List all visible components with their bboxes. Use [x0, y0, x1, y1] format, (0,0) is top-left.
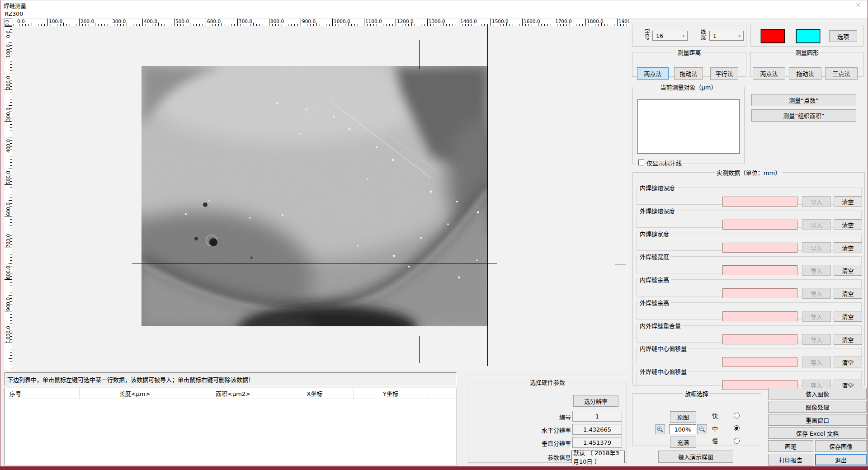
action-button[interactable]: 装入图像: [768, 388, 867, 400]
v-ruler-label: 800.0: [5, 248, 11, 279]
action-button[interactable]: 图像处理: [768, 401, 867, 413]
speed-radio[interactable]: [734, 413, 740, 418]
clear-button[interactable]: 清空: [834, 242, 862, 253]
action-button[interactable]: 退出: [815, 454, 867, 465]
import-button[interactable]: 导入: [802, 311, 831, 322]
table-column-header[interactable]: 序号: [5, 388, 80, 399]
measured-data-row: 内焊缝中心偏移量导入清空: [637, 344, 862, 365]
measure-circle-method-button[interactable]: 拖动法: [789, 67, 821, 80]
measured-data-row: 内焊缝余高导入清空: [637, 275, 862, 296]
measure-circle-group: 测量圆形 两点法拖动法三点法: [750, 48, 863, 77]
zoom-percent-field[interactable]: 100%: [669, 424, 696, 434]
close-icon[interactable]: ✕: [855, 1, 861, 9]
h-ruler-label: 700.0: [239, 19, 252, 24]
h-ruler-label: 400.0: [144, 19, 157, 24]
hardware-field-label: 水平分辨率: [495, 426, 571, 434]
ruler-corner-label: 0.0: [5, 20, 9, 26]
guide-vline-top: [419, 40, 420, 69]
measured-data-row-label: 外焊缝宽度: [638, 252, 671, 261]
clear-button[interactable]: 清空: [834, 219, 862, 230]
chevron-down-icon: [682, 33, 687, 38]
v-ruler-label: 500.0: [5, 153, 11, 184]
clear-button[interactable]: 清空: [834, 288, 862, 299]
guide-vline-bottom: [419, 336, 420, 363]
measured-data-row-label: 外焊缝中心偏移量: [638, 367, 689, 376]
measured-data-row: 外焊缝宽度导入清空: [637, 252, 862, 273]
measured-data-row-label: 外焊缝熔深度: [638, 207, 677, 215]
import-button[interactable]: 导入: [802, 196, 831, 207]
clear-button[interactable]: 清空: [834, 311, 862, 322]
table-column-header[interactable]: 长度<μm>: [80, 388, 190, 399]
measured-value-input[interactable]: [722, 197, 797, 207]
clear-button[interactable]: 清空: [834, 196, 862, 207]
fit-button[interactable]: 充满: [670, 437, 696, 448]
clear-button[interactable]: 清空: [834, 265, 862, 276]
primary-color-swatch[interactable]: [761, 29, 785, 43]
hardware-field-label: 垂直分辨率: [495, 439, 571, 447]
options-button[interactable]: 选项: [829, 30, 857, 42]
h-ruler-major-tick: [427, 19, 428, 26]
h-ruler-major-tick: [206, 19, 206, 26]
measured-value-input[interactable]: [722, 311, 797, 321]
clear-button[interactable]: 清空: [834, 357, 862, 367]
import-button[interactable]: 导入: [802, 357, 831, 367]
import-button[interactable]: 导入: [802, 242, 831, 253]
measured-value-input[interactable]: [722, 334, 797, 344]
clear-button[interactable]: 清空: [834, 334, 862, 345]
load-demo-image-button[interactable]: 装入演示样图: [658, 451, 733, 463]
measured-data-row-label: 外焊缝余高: [638, 298, 671, 307]
measure-distance-method-button[interactable]: 拖动法: [674, 67, 703, 80]
action-button[interactable]: 重画窗口: [768, 414, 867, 426]
measured-value-input[interactable]: [722, 357, 797, 367]
zoom-out-button[interactable]: [697, 424, 707, 434]
measure-circle-method-button[interactable]: 两点法: [753, 67, 785, 80]
import-button[interactable]: 导入: [802, 288, 831, 299]
select-resolution-button[interactable]: 选分辨率: [573, 395, 618, 407]
weld-specimen-image[interactable]: [142, 66, 488, 326]
table-column-header[interactable]: Y坐标: [354, 388, 428, 399]
action-button[interactable]: 画笔: [768, 440, 813, 452]
h-ruler-major-tick: [79, 19, 80, 26]
measured-data-title: 实测数据（单位：mm）: [715, 168, 783, 177]
hardware-field-value[interactable]: 默认 （ 2018年3月10日 ）: [571, 451, 625, 463]
measured-value-input[interactable]: [722, 243, 797, 253]
measured-value-input[interactable]: [722, 220, 797, 230]
table-column-header[interactable]: 面积<μm2>: [190, 388, 276, 399]
v-ruler-label: 300.0: [5, 89, 11, 121]
h-ruler-major-tick: [142, 19, 143, 26]
measured-data-group: 实测数据（单位：mm） 内焊缝熔深度导入清空外焊缝熔深度导入清空内焊缝宽度导入清…: [632, 168, 865, 385]
v-ruler-label: 400.0: [5, 121, 11, 153]
show-annotation-checkbox[interactable]: [638, 160, 644, 165]
guide-hline: [132, 263, 497, 263]
h-ruler-major-tick: [585, 19, 586, 26]
import-button[interactable]: 导入: [802, 219, 831, 230]
menu-item-rz300[interactable]: RZ300: [5, 10, 23, 17]
results-table[interactable]: 序号长度<μm>面积<μm2>X坐标Y坐标: [5, 388, 457, 465]
action-button[interactable]: 保存图像: [815, 440, 867, 452]
measured-value-input[interactable]: [722, 265, 797, 275]
measure-circle-method-button[interactable]: 三点法: [825, 67, 858, 80]
line-width-select[interactable]: 1: [709, 31, 744, 41]
speed-radio[interactable]: [734, 425, 740, 431]
action-button[interactable]: 保存 Excel 文档: [768, 427, 867, 439]
h-ruler-label: 200.0: [80, 19, 94, 24]
original-size-button[interactable]: 原图: [670, 411, 696, 423]
speed-label: 中: [712, 424, 718, 432]
font-size-select[interactable]: 16: [652, 31, 688, 41]
measured-value-input[interactable]: [722, 288, 797, 298]
status-bar: 下边列表中，单击鼠标左键可选中某一行数据，该数据可被导入；单击鼠标右键可删除该数…: [5, 372, 457, 386]
speed-radio[interactable]: [734, 438, 740, 444]
current-object-listbox[interactable]: [637, 99, 740, 154]
table-column-header[interactable]: X坐标: [276, 388, 354, 399]
h-ruler-major-tick: [301, 19, 301, 26]
measure-distance-method-button[interactable]: 两点法: [637, 67, 669, 80]
h-ruler-label: 1000.0: [334, 19, 350, 24]
measure-distance-method-button[interactable]: 平行法: [710, 67, 738, 80]
zoom-in-button[interactable]: [655, 424, 665, 434]
measure-points-button[interactable]: 测量“点数”: [751, 94, 856, 106]
import-button[interactable]: 导入: [802, 265, 831, 276]
action-button[interactable]: 打印报告: [768, 454, 813, 465]
secondary-color-swatch[interactable]: [796, 29, 820, 43]
measure-area-button[interactable]: 测量“组织面积”: [751, 109, 856, 122]
import-button[interactable]: 导入: [802, 334, 831, 345]
